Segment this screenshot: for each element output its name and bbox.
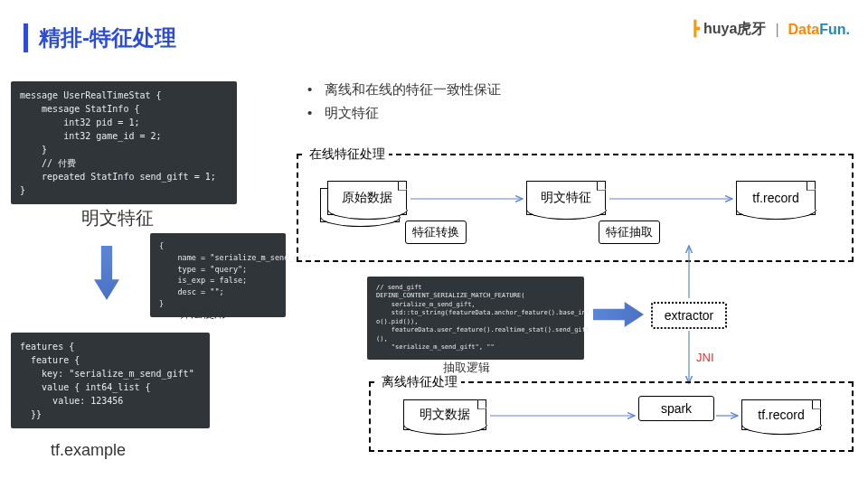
code-extract-logic: // send_gift DEFINE_CONTENT_SERIALIZE_MA… [367, 277, 584, 360]
datafun-logo: DataFun. [788, 22, 850, 38]
huya-logo: ┣ huya虎牙 [691, 20, 767, 39]
bullet-item: 明文特征 [307, 101, 501, 125]
doc-raw: 原始数据 [327, 181, 407, 215]
online-box: 在线特征处理 原始数据 特征转换 明文特征 特征抽取 tf.record [297, 154, 854, 262]
logo-bar: ┣ huya虎牙 | DataFun. [691, 20, 850, 39]
offline-box: 离线特征处理 明文数据 spark tf.record [369, 381, 854, 452]
page-title: 精排-特征处理 [24, 23, 176, 52]
doc-plain-offline: 明文数据 [403, 399, 486, 430]
doc-tfrecord-online: tf.record [736, 181, 816, 215]
online-title: 在线特征处理 [306, 146, 389, 163]
label-tfexample: tf.example [51, 441, 126, 460]
label-algo-use: 算法使用 [179, 305, 226, 322]
node-spark: spark [638, 396, 714, 421]
doc-plaintext: 明文特征 [526, 181, 606, 215]
label-jni: JNI [696, 351, 714, 364]
label-plaintext-feature: 明文特征 [54, 206, 181, 230]
arrow-down-icon [94, 246, 119, 300]
code-features: features { feature { key: "serialize_m_s… [11, 333, 210, 428]
node-transform: 特征转换 [405, 221, 467, 244]
code-config: { name = "serialize_m_send_gift"; type =… [150, 233, 286, 317]
code-proto: message UserRealTimeStat { message StatI… [11, 81, 237, 204]
node-extract: 特征抽取 [599, 221, 660, 244]
node-extractor: extractor [651, 302, 727, 329]
logo-sep: | [775, 22, 778, 38]
bullet-item: 离线和在线的特征一致性保证 [307, 78, 501, 101]
arrow-right-icon [593, 302, 644, 327]
offline-title: 离线特征处理 [378, 374, 461, 390]
bullet-list: 离线和在线的特征一致性保证 明文特征 [307, 78, 501, 124]
doc-tfrecord-offline: tf.record [741, 399, 821, 430]
